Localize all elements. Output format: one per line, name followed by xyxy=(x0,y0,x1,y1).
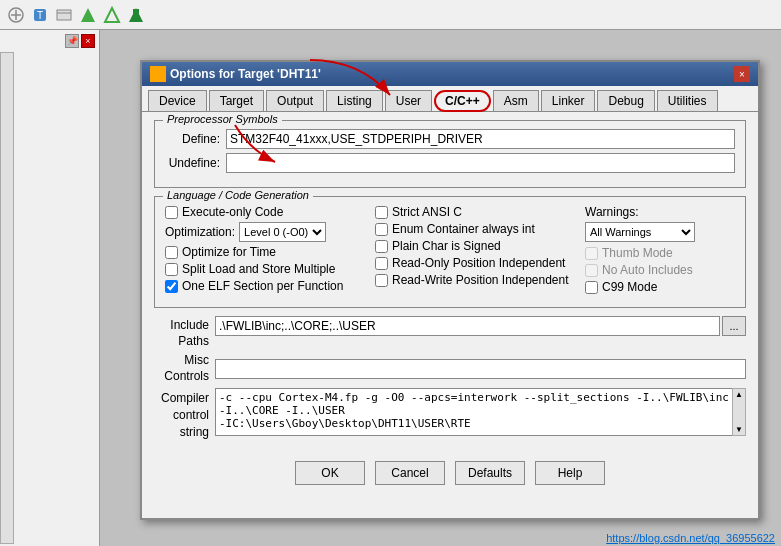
toolbar-icon-2[interactable]: T xyxy=(29,4,51,26)
plain-char-label: Plain Char is Signed xyxy=(392,239,501,253)
plain-char-row: Plain Char is Signed xyxy=(375,239,577,253)
warnings-col: Warnings: All Warnings Thumb Mode No Aut… xyxy=(585,205,735,297)
side-scrollbar[interactable] xyxy=(0,52,14,544)
tab-output[interactable]: Output xyxy=(266,90,324,111)
preprocessor-group-label: Preprocessor Symbols xyxy=(163,113,282,125)
toolbar-icon-4[interactable] xyxy=(77,4,99,26)
toolbar-icon-5[interactable] xyxy=(101,4,123,26)
include-paths-input[interactable] xyxy=(215,316,720,336)
thumb-mode-label: Thumb Mode xyxy=(602,246,673,260)
side-pin-btn[interactable]: 📌 xyxy=(65,34,79,48)
tab-device[interactable]: Device xyxy=(148,90,207,111)
dialog-title: Options for Target 'DHT11' xyxy=(170,67,734,81)
read-write-pos-checkbox[interactable] xyxy=(375,274,388,287)
undefine-row: Undefine: xyxy=(165,153,735,173)
compiler-control-textarea[interactable]: -c --cpu Cortex-M4.fp -g -O0 --apcs=inte… xyxy=(215,388,746,436)
read-only-pos-checkbox[interactable] xyxy=(375,257,388,270)
tab-listing[interactable]: Listing xyxy=(326,90,383,111)
execute-only-checkbox[interactable] xyxy=(165,206,178,219)
misc-controls-input[interactable] xyxy=(215,359,746,379)
define-row: Define: xyxy=(165,129,735,149)
define-label: Define: xyxy=(165,132,220,146)
one-elf-checkbox[interactable] xyxy=(165,280,178,293)
strict-ansi-label: Strict ANSI C xyxy=(392,205,462,219)
defaults-button[interactable]: Defaults xyxy=(455,461,525,485)
dialog-close-button[interactable]: × xyxy=(734,66,750,82)
no-auto-includes-row: No Auto Includes xyxy=(585,263,735,277)
svg-rect-5 xyxy=(57,10,71,20)
tab-debug[interactable]: Debug xyxy=(597,90,654,111)
split-load-checkbox[interactable] xyxy=(165,263,178,276)
dialog-title-icon xyxy=(150,66,166,82)
dialog-buttons: OK Cancel Defaults Help xyxy=(142,453,758,491)
include-paths-label: Include Paths xyxy=(154,316,209,349)
enum-container-checkbox[interactable] xyxy=(375,223,388,236)
warnings-header: Warnings: xyxy=(585,205,735,219)
svg-text:T: T xyxy=(37,10,43,21)
define-input[interactable] xyxy=(226,129,735,149)
split-load-row: Split Load and Store Multiple xyxy=(165,262,367,276)
read-write-pos-row: Read-Write Position Independent xyxy=(375,273,577,287)
toolbar: T xyxy=(0,0,781,30)
svg-marker-8 xyxy=(105,8,119,22)
one-elf-row: One ELF Section per Function xyxy=(165,279,367,293)
thumb-mode-checkbox[interactable] xyxy=(585,247,598,260)
misc-controls-row: Misc Controls xyxy=(154,353,746,384)
tab-target[interactable]: Target xyxy=(209,90,264,111)
tab-user[interactable]: User xyxy=(385,90,432,111)
tab-linker[interactable]: Linker xyxy=(541,90,596,111)
execute-only-row: Execute-only Code xyxy=(165,205,367,219)
misc-controls-label: Misc Controls xyxy=(154,353,209,384)
lang-mid-col: Strict ANSI C Enum Container always int … xyxy=(375,205,577,297)
toolbar-icon-3[interactable] xyxy=(53,4,75,26)
read-write-pos-label: Read-Write Position Independent xyxy=(392,273,569,287)
optimize-time-row: Optimize for Time xyxy=(165,245,367,259)
preprocessor-group: Preprocessor Symbols Define: Undefine: xyxy=(154,120,746,188)
cancel-button[interactable]: Cancel xyxy=(375,461,445,485)
optimization-select[interactable]: Level 0 (-O0) xyxy=(239,222,326,242)
side-close-btn[interactable]: × xyxy=(81,34,95,48)
svg-rect-10 xyxy=(133,9,139,19)
undefine-label: Undefine: xyxy=(165,156,220,170)
scroll-up-arrow[interactable]: ▲ xyxy=(734,389,744,400)
strict-ansi-checkbox[interactable] xyxy=(375,206,388,219)
language-group: Language / Code Generation Execute-only … xyxy=(154,196,746,308)
side-panel-header: 📌 × xyxy=(0,30,99,52)
tab-cpp[interactable]: C/C++ xyxy=(434,90,491,112)
enum-container-label: Enum Container always int xyxy=(392,222,535,236)
warnings-select[interactable]: All Warnings xyxy=(585,222,695,242)
include-paths-browse-btn[interactable]: ... xyxy=(722,316,746,336)
tab-asm[interactable]: Asm xyxy=(493,90,539,111)
undefine-input[interactable] xyxy=(226,153,735,173)
compiler-control-label: Compiler control string xyxy=(154,388,209,440)
execute-only-label: Execute-only Code xyxy=(182,205,283,219)
status-bar: https://blog.csdn.net/qq_36955622 xyxy=(600,530,781,546)
help-button[interactable]: Help xyxy=(535,461,605,485)
strict-ansi-row: Strict ANSI C xyxy=(375,205,577,219)
optimization-row: Optimization: Level 0 (-O0) xyxy=(165,222,367,242)
toolbar-icon-1[interactable] xyxy=(5,4,27,26)
read-only-pos-label: Read-Only Position Independent xyxy=(392,256,565,270)
no-auto-includes-label: No Auto Includes xyxy=(602,263,693,277)
compiler-textarea-wrap: -c --cpu Cortex-M4.fp -g -O0 --apcs=inte… xyxy=(215,388,746,439)
dialog-body: Preprocessor Symbols Define: Undefine: L… xyxy=(142,112,758,453)
tab-utilities[interactable]: Utilities xyxy=(657,90,718,111)
toolbar-icon-6[interactable] xyxy=(125,4,147,26)
no-auto-includes-checkbox[interactable] xyxy=(585,264,598,277)
compiler-control-row: Compiler control string -c --cpu Cortex-… xyxy=(154,388,746,440)
optimize-time-checkbox[interactable] xyxy=(165,246,178,259)
include-paths-row: Include Paths ... xyxy=(154,316,746,349)
c99-mode-checkbox[interactable] xyxy=(585,281,598,294)
one-elf-label: One ELF Section per Function xyxy=(182,279,343,293)
optimize-time-label: Optimize for Time xyxy=(182,245,276,259)
read-only-pos-row: Read-Only Position Independent xyxy=(375,256,577,270)
status-url: https://blog.csdn.net/qq_36955622 xyxy=(606,532,775,544)
warnings-label: Warnings: xyxy=(585,205,639,219)
enum-container-row: Enum Container always int xyxy=(375,222,577,236)
ok-button[interactable]: OK xyxy=(295,461,365,485)
scroll-down-arrow[interactable]: ▼ xyxy=(734,424,744,435)
svg-marker-7 xyxy=(81,8,95,22)
thumb-mode-row: Thumb Mode xyxy=(585,246,735,260)
compiler-scrollbar[interactable]: ▲ ▼ xyxy=(732,388,746,436)
plain-char-checkbox[interactable] xyxy=(375,240,388,253)
